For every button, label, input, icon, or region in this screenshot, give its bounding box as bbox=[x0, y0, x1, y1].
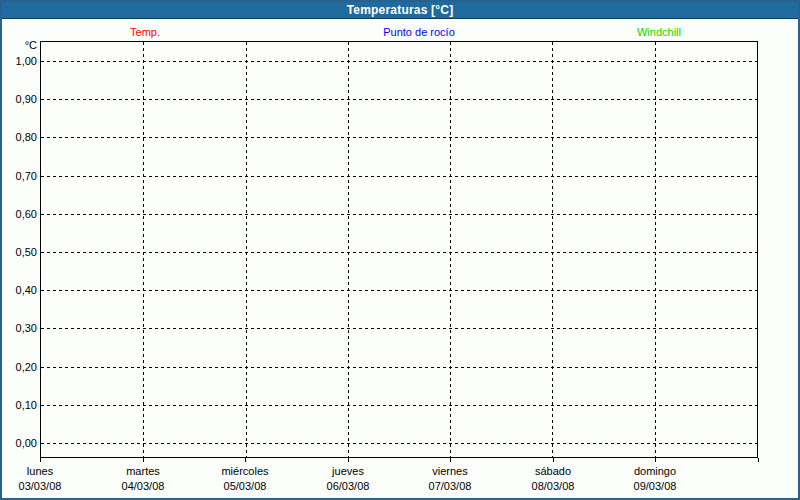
x-gridline bbox=[552, 42, 553, 457]
x-date-label: 05/03/08 bbox=[190, 480, 300, 493]
y-tick-label: 0,20 bbox=[2, 360, 37, 374]
y-gridline bbox=[41, 443, 757, 444]
weather-chart-window: Temperaturas [°C] Temp.Punto de rocíoWin… bbox=[0, 0, 800, 500]
legend-item-2: Punto de rocío bbox=[383, 25, 455, 39]
x-day-label: sábado bbox=[498, 465, 608, 478]
y-tick-label: 0,10 bbox=[2, 398, 37, 412]
y-tick-label: 0,80 bbox=[2, 130, 37, 144]
y-tick-label: 1,00 bbox=[2, 54, 37, 68]
x-axis-tick bbox=[450, 458, 451, 462]
y-tick-label: 0,90 bbox=[2, 92, 37, 106]
x-date-label: 06/03/08 bbox=[293, 480, 403, 493]
x-axis-tick bbox=[245, 458, 246, 462]
x-axis-tick bbox=[40, 458, 41, 462]
x-gridline bbox=[246, 42, 247, 457]
y-gridline bbox=[41, 137, 757, 138]
x-date-label: 07/03/08 bbox=[395, 480, 505, 493]
x-day-label: jueves bbox=[293, 465, 403, 478]
plot-area bbox=[40, 41, 758, 458]
x-day-label: miércoles bbox=[190, 465, 300, 478]
legend-item-3: Windchill bbox=[637, 25, 681, 39]
y-gridline bbox=[41, 290, 757, 291]
x-date-label: 03/03/08 bbox=[0, 480, 95, 493]
x-date-label: 08/03/08 bbox=[498, 480, 608, 493]
y-tick-label: 0,00 bbox=[2, 436, 37, 450]
y-gridline bbox=[41, 328, 757, 329]
y-gridline bbox=[41, 176, 757, 177]
y-gridline bbox=[41, 367, 757, 368]
x-axis-tick bbox=[348, 458, 349, 462]
x-axis-tick bbox=[143, 458, 144, 462]
x-date-label: 09/03/08 bbox=[600, 480, 710, 493]
chart-title-bar: Temperaturas [°C] bbox=[2, 2, 798, 19]
x-day-label: lunes bbox=[0, 465, 95, 478]
x-day-label: viernes bbox=[395, 465, 505, 478]
y-tick-label: 0,60 bbox=[2, 207, 37, 221]
y-axis-unit-label: °C bbox=[2, 39, 37, 52]
y-tick-label: 0,40 bbox=[2, 283, 37, 297]
x-date-label: 04/03/08 bbox=[88, 480, 198, 493]
x-gridline bbox=[450, 42, 451, 457]
y-gridline bbox=[41, 405, 757, 406]
x-axis-tick bbox=[758, 458, 759, 462]
y-gridline bbox=[41, 99, 757, 100]
x-gridline bbox=[143, 42, 144, 457]
y-gridline bbox=[41, 61, 757, 62]
x-day-label: domingo bbox=[600, 465, 710, 478]
y-gridline bbox=[41, 252, 757, 253]
x-axis-tick bbox=[553, 458, 554, 462]
y-gridline bbox=[41, 214, 757, 215]
legend-item-1: Temp. bbox=[130, 25, 160, 39]
y-tick-label: 0,30 bbox=[2, 321, 37, 335]
y-tick-label: 0,50 bbox=[2, 245, 37, 259]
x-gridline bbox=[655, 42, 656, 457]
y-tick-label: 0,70 bbox=[2, 169, 37, 183]
x-axis-tick bbox=[655, 458, 656, 462]
x-day-label: martes bbox=[88, 465, 198, 478]
x-gridline bbox=[348, 42, 349, 457]
